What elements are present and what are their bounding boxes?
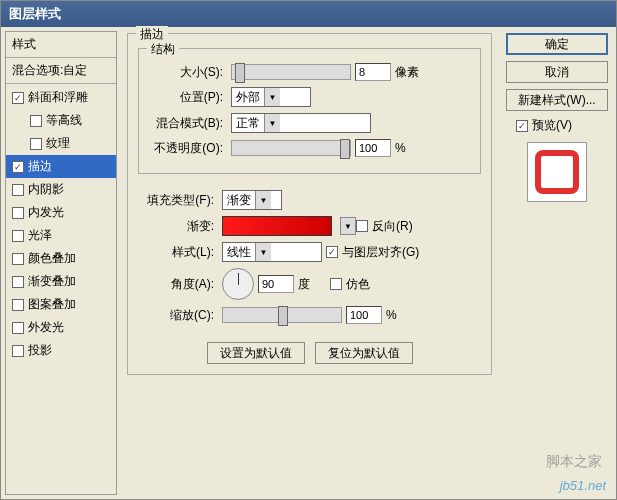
- structure-legend: 结构: [147, 41, 179, 58]
- reverse-label: 反向(R): [372, 218, 413, 235]
- new-style-button[interactable]: 新建样式(W)...: [506, 89, 608, 111]
- dialog-titlebar[interactable]: 图层样式: [1, 1, 616, 27]
- set-default-button[interactable]: 设置为默认值: [207, 342, 305, 364]
- layer-style-dialog: 图层样式 样式 混合选项:自定 斜面和浮雕等高线纹理描边内阴影内发光光泽颜色叠加…: [0, 0, 617, 500]
- styles-sidebar: 样式 混合选项:自定 斜面和浮雕等高线纹理描边内阴影内发光光泽颜色叠加渐变叠加图…: [5, 31, 117, 495]
- cancel-button[interactable]: 取消: [506, 61, 608, 83]
- preview-checkbox[interactable]: [516, 120, 528, 132]
- scale-label: 缩放(C):: [140, 307, 218, 324]
- opacity-input[interactable]: [355, 139, 391, 157]
- style-item-11[interactable]: 投影: [6, 339, 116, 362]
- filltype-label: 填充类型(F):: [140, 192, 218, 209]
- preview-shape-icon: [535, 150, 579, 194]
- style-checkbox[interactable]: [12, 253, 24, 265]
- style-checkbox[interactable]: [12, 184, 24, 196]
- style-item-label: 纹理: [46, 135, 70, 152]
- style-item-label: 光泽: [28, 227, 52, 244]
- dropdown-arrow-icon: ▼: [264, 88, 280, 106]
- style-item-label: 投影: [28, 342, 52, 359]
- blendmode-select[interactable]: 正常 ▼: [231, 113, 371, 133]
- right-panel: 确定 取消 新建样式(W)... 预览(V): [502, 31, 612, 495]
- opacity-unit: %: [395, 141, 406, 155]
- style-item-7[interactable]: 颜色叠加: [6, 247, 116, 270]
- fill-group: 填充类型(F): 渐变 ▼ 渐变: ▼ 反向(R): [138, 180, 481, 334]
- style-item-label: 图案叠加: [28, 296, 76, 313]
- structure-group: 结构 大小(S): 像素 位置(P): 外部 ▼: [138, 48, 481, 174]
- style-checkbox[interactable]: [30, 115, 42, 127]
- scale-unit: %: [386, 308, 397, 322]
- style-item-4[interactable]: 内阴影: [6, 178, 116, 201]
- size-label: 大小(S):: [149, 64, 227, 81]
- dropdown-arrow-icon: ▼: [255, 191, 271, 209]
- style-checkbox[interactable]: [12, 345, 24, 357]
- ok-button[interactable]: 确定: [506, 33, 608, 55]
- position-select[interactable]: 外部 ▼: [231, 87, 311, 107]
- preview-thumbnail: [527, 142, 587, 202]
- style-item-3[interactable]: 描边: [6, 155, 116, 178]
- reverse-checkbox[interactable]: [356, 220, 368, 232]
- dropdown-arrow-icon: ▼: [255, 243, 271, 261]
- style-checkbox[interactable]: [12, 161, 24, 173]
- stroke-fieldset: 描边 结构 大小(S): 像素 位置(P): 外部 ▼: [127, 33, 492, 375]
- dialog-title: 图层样式: [9, 6, 61, 21]
- scale-input[interactable]: [346, 306, 382, 324]
- align-checkbox[interactable]: [326, 246, 338, 258]
- style-item-label: 等高线: [46, 112, 82, 129]
- style-checkbox[interactable]: [12, 299, 24, 311]
- angle-dial[interactable]: [222, 268, 254, 300]
- angle-input[interactable]: [258, 275, 294, 293]
- main-panel: 描边 结构 大小(S): 像素 位置(P): 外部 ▼: [121, 31, 498, 495]
- gradient-label: 渐变:: [140, 218, 218, 235]
- watermark-en: jb51.net: [560, 478, 606, 493]
- style-item-label: 内阴影: [28, 181, 64, 198]
- style-label: 样式(L):: [140, 244, 218, 261]
- style-item-9[interactable]: 图案叠加: [6, 293, 116, 316]
- style-item-label: 描边: [28, 158, 52, 175]
- gradient-menu-icon[interactable]: ▼: [340, 217, 356, 235]
- opacity-label: 不透明度(O):: [149, 140, 227, 157]
- style-item-6[interactable]: 光泽: [6, 224, 116, 247]
- scale-slider[interactable]: [222, 307, 342, 323]
- dither-checkbox[interactable]: [330, 278, 342, 290]
- style-checkbox[interactable]: [12, 92, 24, 104]
- style-item-2[interactable]: 纹理: [6, 132, 116, 155]
- blendmode-label: 混合模式(B):: [149, 115, 227, 132]
- style-item-8[interactable]: 渐变叠加: [6, 270, 116, 293]
- dropdown-arrow-icon: ▼: [264, 114, 280, 132]
- style-item-0[interactable]: 斜面和浮雕: [6, 86, 116, 109]
- filltype-select[interactable]: 渐变 ▼: [222, 190, 282, 210]
- sidebar-header: 样式: [6, 32, 116, 58]
- style-item-label: 斜面和浮雕: [28, 89, 88, 106]
- watermark-cn: 脚本之家: [546, 453, 602, 471]
- style-item-label: 颜色叠加: [28, 250, 76, 267]
- style-checkbox[interactable]: [30, 138, 42, 150]
- style-item-10[interactable]: 外发光: [6, 316, 116, 339]
- blend-options-row[interactable]: 混合选项:自定: [6, 58, 116, 84]
- opacity-slider[interactable]: [231, 140, 351, 156]
- size-unit: 像素: [395, 64, 419, 81]
- size-slider[interactable]: [231, 64, 351, 80]
- position-label: 位置(P):: [149, 89, 227, 106]
- reset-default-button[interactable]: 复位为默认值: [315, 342, 413, 364]
- style-checkbox[interactable]: [12, 322, 24, 334]
- gradient-picker[interactable]: [222, 216, 332, 236]
- style-item-1[interactable]: 等高线: [6, 109, 116, 132]
- style-checkbox[interactable]: [12, 276, 24, 288]
- style-select[interactable]: 线性 ▼: [222, 242, 322, 262]
- align-label: 与图层对齐(G): [342, 244, 419, 261]
- style-item-label: 渐变叠加: [28, 273, 76, 290]
- angle-label: 角度(A):: [140, 276, 218, 293]
- style-checkbox[interactable]: [12, 207, 24, 219]
- style-item-label: 内发光: [28, 204, 64, 221]
- style-item-5[interactable]: 内发光: [6, 201, 116, 224]
- angle-unit: 度: [298, 276, 310, 293]
- size-input[interactable]: [355, 63, 391, 81]
- preview-label: 预览(V): [532, 117, 572, 134]
- style-item-label: 外发光: [28, 319, 64, 336]
- style-checkbox[interactable]: [12, 230, 24, 242]
- dither-label: 仿色: [346, 276, 370, 293]
